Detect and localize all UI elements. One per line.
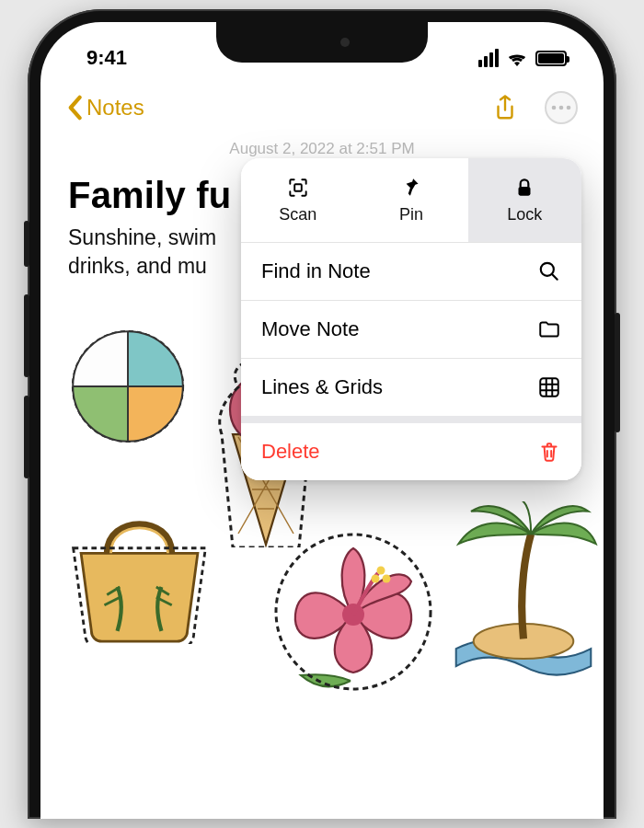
lock-icon bbox=[512, 176, 536, 200]
side-button bbox=[24, 294, 29, 377]
scan-icon bbox=[286, 176, 310, 200]
context-menu: Scan Pin Lock Find in Note bbox=[241, 158, 581, 480]
trash-icon bbox=[537, 440, 561, 464]
pin-icon bbox=[399, 176, 423, 200]
lines-grids-row[interactable]: Lines & Grids bbox=[241, 358, 581, 416]
find-in-note-row[interactable]: Find in Note bbox=[241, 243, 581, 300]
move-note-row[interactable]: Move Note bbox=[241, 300, 581, 358]
device-frame: 9:41 Notes bbox=[28, 9, 616, 819]
folder-icon bbox=[537, 317, 561, 341]
svg-rect-14 bbox=[519, 187, 531, 196]
side-button bbox=[24, 221, 29, 267]
svg-rect-16 bbox=[540, 378, 558, 397]
grid-icon bbox=[537, 375, 561, 399]
pin-button[interactable]: Pin bbox=[354, 158, 467, 242]
menu-top-row: Scan Pin Lock bbox=[241, 158, 581, 243]
delete-row[interactable]: Delete bbox=[241, 416, 581, 480]
menu-list: Find in Note Move Note Lines & Grids Del… bbox=[241, 243, 581, 480]
side-button bbox=[615, 313, 620, 432]
svg-rect-13 bbox=[294, 184, 302, 191]
lock-button[interactable]: Lock bbox=[468, 158, 581, 242]
screen: 9:41 Notes bbox=[40, 22, 604, 819]
scan-button[interactable]: Scan bbox=[241, 158, 354, 242]
search-icon bbox=[537, 259, 561, 283]
side-button bbox=[24, 396, 29, 478]
